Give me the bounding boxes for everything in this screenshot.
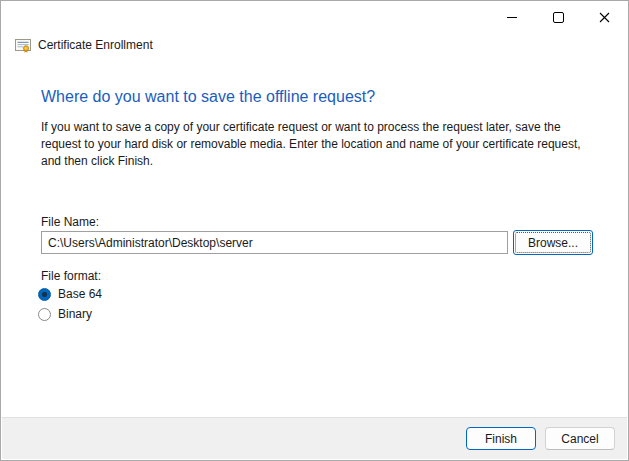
finish-button[interactable]: Finish <box>466 427 536 450</box>
wizard-title: Certificate Enrollment <box>38 38 153 52</box>
maximize-icon <box>553 12 564 23</box>
radio-binary-label: Binary <box>58 307 92 321</box>
radio-unchecked-icon[interactable] <box>38 308 51 321</box>
browse-button-label: Browse... <box>515 232 591 253</box>
minimize-icon <box>507 17 517 18</box>
file-name-label: File Name: <box>41 215 99 229</box>
page-title: Where do you want to save the offline re… <box>41 88 375 106</box>
dialog-footer: Finish Cancel <box>2 417 627 459</box>
maximize-button[interactable] <box>535 2 581 32</box>
browse-button[interactable]: Browse... <box>513 230 593 255</box>
title-bar <box>489 2 627 32</box>
close-icon <box>599 12 610 23</box>
radio-base64-label: Base 64 <box>58 287 102 301</box>
cancel-button[interactable]: Cancel <box>545 427 615 450</box>
radio-option-binary[interactable]: Binary <box>38 306 92 322</box>
radio-checked-icon[interactable] <box>38 288 51 301</box>
file-name-input[interactable] <box>41 231 508 254</box>
page-description: If you want to save a copy of your certi… <box>41 119 593 170</box>
radio-option-base64[interactable]: Base 64 <box>38 286 102 302</box>
close-button[interactable] <box>581 2 627 32</box>
file-format-label: File format: <box>41 269 101 283</box>
certificate-icon <box>15 37 31 53</box>
wizard-header: Certificate Enrollment <box>15 37 153 53</box>
minimize-button[interactable] <box>489 2 535 32</box>
certificate-enrollment-dialog: Certificate Enrollment Where do you want… <box>0 0 629 461</box>
